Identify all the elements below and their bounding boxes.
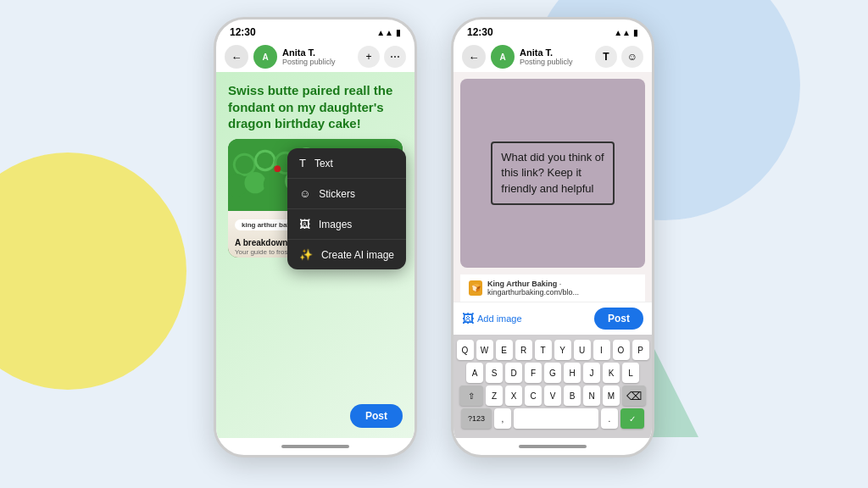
post-button-right[interactable]: Post [594,308,643,330]
dropdown-item-images[interactable]: 🖼 Images [287,209,406,240]
key-enter[interactable]: ✓ [620,408,644,429]
dropdown-item-ai[interactable]: ✨ Create AI image [287,240,406,269]
key-y[interactable]: Y [554,340,571,360]
link-site-name: King Arthur Baking [487,280,557,288]
keyboard-row4: ?123 , . ✓ [455,408,650,429]
key-t[interactable]: T [535,340,552,360]
key-a[interactable]: A [466,363,483,383]
story-canvas[interactable]: What did you think of this link? Keep it… [460,79,645,268]
key-w[interactable]: W [476,340,493,360]
key-s[interactable]: S [486,363,503,383]
battery-icon-left: ▮ [396,28,401,37]
key-l[interactable]: L [622,363,639,383]
text-line1: What did you think of [501,151,604,164]
back-button-left[interactable]: ← [225,45,248,69]
key-period[interactable]: . [601,408,618,429]
svg-point-25 [274,165,281,172]
key-comma[interactable]: , [494,408,511,429]
avatar-right: A [491,45,515,69]
link-favicon: 🍞 [469,280,482,296]
key-r[interactable]: R [515,340,532,360]
svg-point-17 [244,172,265,193]
status-icons-right: ▲▲ ▮ [614,28,638,37]
key-shift[interactable]: ⇧ [459,385,483,406]
more-icon-left: ⋯ [390,51,400,63]
bottom-toolbar-right: 🖼 Add image Post [453,302,652,335]
key-v[interactable]: V [544,385,561,406]
home-indicator-left [281,445,349,448]
ai-icon-menu: ✨ [299,248,313,261]
text-line3: friendly and helpful [501,182,593,195]
add-image-button[interactable]: 🖼 Add image [462,312,587,325]
home-bar-right [453,438,652,455]
dropdown-item-text[interactable]: T Text [287,148,406,179]
key-n[interactable]: N [583,385,600,406]
add-image-icon: 🖼 [462,312,474,325]
key-x[interactable]: X [505,385,522,406]
key-j[interactable]: J [583,363,600,383]
dropdown-item-stickers[interactable]: ☺ Stickers [287,179,406,209]
key-z[interactable]: Z [486,385,503,406]
add-button-left[interactable]: + [358,46,380,68]
text-icon-menu: T [299,157,306,169]
keyboard-row1: Q W E R T Y U I O P [455,340,650,360]
key-h[interactable]: H [564,363,581,383]
phone2-content: What did you think of this link? Keep it… [453,72,652,438]
user-name-left: Anita T. [282,47,353,58]
keyboard-row3: ⇧ Z X C V B N M ⌫ [455,385,650,406]
key-b[interactable]: B [564,385,581,406]
images-icon-menu: 🖼 [299,218,310,230]
user-status-left: Posting publicly [282,58,353,66]
key-u[interactable]: U [574,340,591,360]
key-k[interactable]: K [603,363,620,383]
key-space[interactable] [514,408,598,429]
sticker-icon: ☺ [627,51,637,63]
dropdown-label-stickers: Stickers [319,188,355,200]
key-g[interactable]: G [544,363,561,383]
text-box-content: What did you think of this link? Keep it… [501,150,604,197]
key-delete[interactable]: ⌫ [622,385,646,406]
svg-point-1 [236,155,253,173]
app-bar-right: ← A Anita T. Posting publicly T ☺ [453,42,652,72]
toolbar-icons-right: T ☺ [595,46,643,68]
dropdown-label-images: Images [319,219,352,230]
time-left: 12:30 [230,26,256,38]
link-preview: 🍞 King Arthur Baking · kingarthurbaking.… [460,274,645,302]
link-text: King Arthur Baking · kingarthurbaking.co… [487,280,637,297]
add-image-label: Add image [477,313,522,324]
signal-icon-left: ▲▲ [376,28,393,37]
signal-icon-right: ▲▲ [614,28,631,37]
time-right: 12:30 [467,26,493,38]
status-icons-left: ▲▲ ▮ [376,28,401,37]
back-icon-right: ← [469,51,480,64]
key-q[interactable]: Q [457,340,474,360]
key-numbers[interactable]: ?123 [461,408,492,429]
key-f[interactable]: F [525,363,542,383]
dropdown-label-text: Text [314,158,333,169]
toolbar-icons-left: + ⋯ [358,46,406,68]
text-box[interactable]: What did you think of this link? Keep it… [491,141,614,205]
key-i[interactable]: I [593,340,610,360]
key-c[interactable]: C [525,385,542,406]
user-status-right: Posting publicly [520,58,590,66]
add-icon-left: + [365,51,371,63]
avatar-left: A [253,45,277,69]
sticker-button[interactable]: ☺ [621,46,643,68]
more-button-left[interactable]: ⋯ [384,46,406,68]
key-e[interactable]: E [496,340,513,360]
svg-point-18 [264,173,287,196]
key-p[interactable]: P [632,340,649,360]
keyboard: Q W E R T Y U I O P A S D F G [453,335,652,438]
key-d[interactable]: D [505,363,522,383]
user-name-right: Anita T. [520,47,590,58]
key-m[interactable]: M [603,385,620,406]
status-bar-right: 12:30 ▲▲ ▮ [453,19,652,42]
key-o[interactable]: O [613,340,630,360]
dropdown-menu[interactable]: T Text ☺ Stickers 🖼 Images ✨ Create AI i… [287,148,406,269]
post-button-left[interactable]: Post [350,404,403,428]
back-button-right[interactable]: ← [462,45,486,69]
text-format-button[interactable]: T [595,46,617,68]
user-info-left: Anita T. Posting publicly [282,47,353,66]
text-line2: this link? Keep it [501,166,581,179]
user-info-right: Anita T. Posting publicly [520,47,590,66]
